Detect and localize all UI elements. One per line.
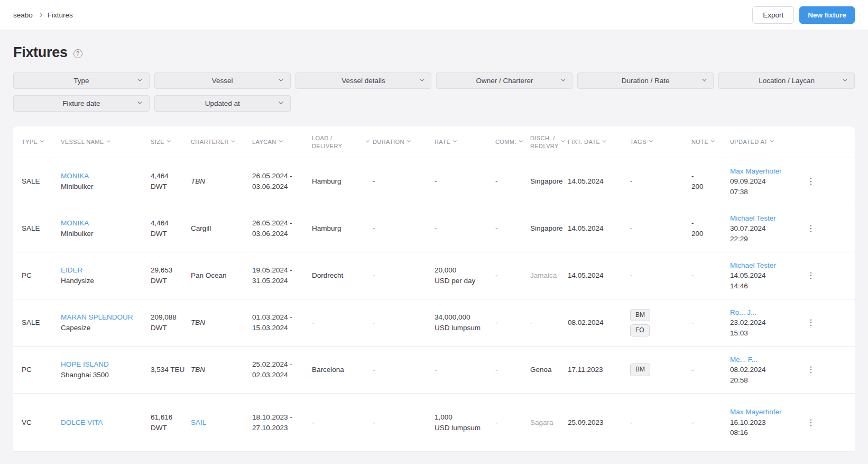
tag-badge: FO [630,324,650,336]
load-delivery-cell: - [312,417,373,428]
filter-chip-type[interactable]: Type [13,72,150,89]
vessel-link[interactable]: HOPE ISLAND [61,359,146,370]
filter-chip-owner-charterer[interactable]: Owner / Charterer [436,72,572,89]
rate-cell: 20,000 USD per day [435,265,495,286]
vessel-class: Shanghai 3500 [61,370,146,380]
disch-redlvry-cell: Sagara [530,417,568,428]
vessel-cell: MARAN SPLENDOUR Capesize [61,312,151,333]
row-menu-cell: ⋮ [805,222,846,234]
rate-cell: - [435,365,495,375]
kebab-menu-icon[interactable]: ⋮ [805,270,817,281]
sort-chevron-icon[interactable] [453,139,456,142]
filter-chip-location-laycan[interactable]: Location / Laycan [718,72,855,89]
updated-at-cell: Max Mayerhofer 09.09.2024 07:38 [730,166,805,197]
updated-by-link[interactable]: Max Mayerhofer [730,166,800,177]
comm-cell: - [495,223,530,234]
column-header-laycan[interactable]: LAYCAN [252,138,312,146]
filter-chip-updated-at[interactable]: Updated at [154,95,291,112]
laycan-cell: 26.05.2024 - 03.06.2024 [252,218,312,239]
top-actions: Export New fixture [752,6,855,24]
vessel-link[interactable]: EIDER [61,265,146,276]
sort-chevron-icon[interactable] [649,139,652,142]
fixt-date-cell: 17.11.2023 [568,365,630,375]
kebab-menu-icon[interactable]: ⋮ [805,317,817,328]
tags-cell: - [630,176,691,187]
vessel-link[interactable]: MONIKA [61,218,146,229]
column-header-rate: RATE [435,138,495,146]
type-cell: VC [22,417,61,428]
kebab-menu-icon[interactable]: ⋮ [805,417,817,428]
top-bar: seabo Fixtures Export New fixture [0,0,868,30]
table-row: SALE MARAN SPLENDOUR Capesize 209,088 DW… [13,299,855,347]
chevron-down-icon [138,77,142,81]
duration-cell: - [373,365,435,375]
breadcrumb-root[interactable]: seabo [13,11,33,19]
sort-chevron-icon[interactable] [603,139,606,142]
updated-by-link[interactable]: Max Mayerhofer [730,407,800,417]
column-header-fixt-date: FIXT. DATE [568,138,630,146]
table-row: SALE MONIKA Minibulker 4,464 DWT Cargill… [13,205,855,252]
updated-at-cell: Ro... J... 23.02.2024 15:03 [730,307,805,339]
kebab-menu-icon[interactable]: ⋮ [805,364,817,375]
filter-chip-label: Duration / Rate [622,77,670,85]
updated-at-cell: Michael Tester 14.05.2024 14:46 [730,260,805,292]
sort-chevron-icon[interactable] [711,139,714,142]
sort-chevron-icon[interactable] [407,139,410,142]
updated-by-link[interactable]: Michael Tester [730,260,800,271]
tags-cell: - [630,417,691,428]
type-cell: SALE [22,317,61,328]
updated-by-link[interactable]: Ro... J... [730,307,800,318]
table-row: VC DOLCE VITA 61,616 DWT SAIL 18.10.2023… [13,394,855,452]
export-button[interactable]: Export [752,6,794,24]
filter-chip-vessel[interactable]: Vessel [154,72,291,89]
vessel-class: Handysize [61,276,146,286]
new-fixture-button[interactable]: New fixture [799,6,855,24]
vessel-link[interactable]: MONIKA [61,171,146,181]
comm-cell: - [495,417,530,428]
sort-chevron-icon[interactable] [771,139,774,142]
vessel-class: Minibulker [61,181,146,192]
filter-chip-duration-rate[interactable]: Duration / Rate [577,72,714,89]
charterer-cell: Pan Ocean [191,270,252,281]
sort-chevron-icon[interactable] [366,139,369,142]
charterer-cell: TBN [191,176,252,187]
sort-chevron-icon[interactable] [40,139,43,142]
updated-by-link[interactable]: Me... F... [730,354,800,365]
sort-chevron-icon[interactable] [167,139,170,142]
updated-by-link[interactable]: Michael Tester [730,213,800,224]
filter-chip-label: Location / Laycan [759,77,815,85]
chevron-down-icon [702,77,706,81]
filter-chip-vessel-details[interactable]: Vessel details [296,72,432,89]
filter-chip-fixture-date[interactable]: Fixture date [13,95,150,112]
breadcrumb-current[interactable]: Fixtures [48,11,73,19]
breadcrumb: seabo Fixtures [13,11,73,19]
sort-chevron-icon[interactable] [279,139,282,142]
vessel-cell: DOLCE VITA [61,417,151,428]
charterer-cell[interactable]: SAIL [191,417,252,428]
column-header-note: NOTE [691,138,730,146]
tags-cell: - [630,270,691,281]
kebab-menu-icon[interactable]: ⋮ [805,223,817,234]
vessel-link[interactable]: MARAN SPLENDOUR [61,312,146,323]
size-cell: 29,653 DWT [151,265,191,286]
load-delivery-cell: Dordrecht [312,270,373,281]
vessel-link[interactable]: DOLCE VITA [61,417,146,428]
fixt-date-cell: 14.05.2024 [568,270,630,281]
fixt-date-cell: 14.05.2024 [568,223,630,234]
charterer-cell: Cargill [191,223,252,234]
sort-chevron-icon[interactable] [107,139,110,142]
rate-cell: 1,000 USD lumpsum [435,412,495,433]
filter-chip-label: Type [73,77,89,85]
updated-at-cell: Michael Tester 30.07.2024 22:29 [730,213,805,244]
note-cell: - [691,365,730,375]
help-icon[interactable]: ? [73,49,82,58]
sort-chevron-icon[interactable] [519,139,522,142]
row-menu-cell: ⋮ [805,363,846,376]
laycan-cell: 01.03.2024 - 15.03.2024 [252,312,312,333]
fixt-date-cell: 08.02.2024 [568,317,630,328]
row-menu-cell: ⋮ [805,416,846,429]
sort-chevron-icon[interactable] [561,139,565,142]
sort-chevron-icon[interactable] [232,139,235,142]
kebab-menu-icon[interactable]: ⋮ [805,176,817,187]
table-body: SALE MONIKA Minibulker 4,464 DWT TBN 26.… [13,158,855,452]
